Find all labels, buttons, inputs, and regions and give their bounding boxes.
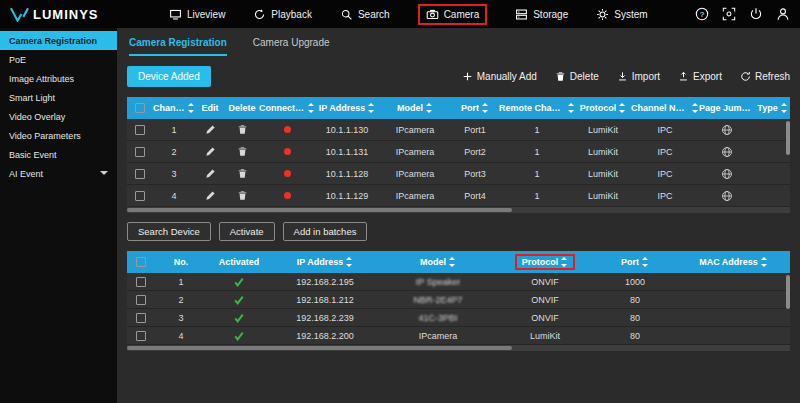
sort-icon[interactable]	[568, 103, 575, 113]
row-checkbox[interactable]	[135, 125, 145, 135]
sidebar-item-video-parameters[interactable]: Video Parameters	[0, 126, 117, 145]
user-icon[interactable]	[776, 7, 790, 21]
sort-icon[interactable]	[346, 257, 353, 267]
port-cell: Port4	[451, 185, 499, 206]
header-label: Activated	[219, 257, 260, 267]
channel-cell: 4	[153, 185, 195, 206]
header-label: Port	[461, 103, 479, 113]
sort-icon[interactable]	[561, 257, 568, 267]
nav-camera[interactable]: Camera	[418, 4, 488, 25]
sort-icon[interactable]	[692, 103, 699, 113]
nav-system[interactable]: System	[596, 8, 647, 21]
sort-icon[interactable]	[781, 103, 788, 113]
protocol-cell: ONVIF	[497, 273, 593, 290]
add-in-batches-button[interactable]: Add in batches	[283, 222, 368, 241]
toolbar-label: Export	[693, 71, 722, 82]
horizontal-scrollbar[interactable]	[127, 207, 790, 213]
edit-cell	[195, 185, 225, 206]
trash-icon[interactable]	[237, 190, 248, 201]
row-checkbox[interactable]	[136, 295, 146, 305]
row-checkbox[interactable]	[136, 331, 146, 341]
row-checkbox[interactable]	[136, 277, 146, 287]
port-cell: 80	[593, 327, 677, 344]
svg-text:?: ?	[700, 10, 705, 19]
ip-cell: 192.168.2.200	[271, 327, 379, 344]
help-icon[interactable]: ?	[695, 7, 709, 21]
delete-cell	[225, 141, 259, 162]
sidebar-item-label: Image Attributes	[9, 74, 74, 84]
sidebar-item-camera-registration[interactable]: Camera Registration	[0, 31, 117, 50]
capture-icon[interactable]	[722, 7, 736, 21]
device-added-button[interactable]: Device Added	[127, 66, 211, 87]
sidebar-item-image-attributes[interactable]: Image Attributes	[0, 69, 117, 88]
row-checkbox[interactable]	[135, 147, 145, 157]
nav-label: Liveview	[187, 9, 225, 20]
row-checkbox[interactable]	[135, 169, 145, 179]
sort-icon[interactable]	[449, 257, 456, 267]
select-all-checkbox[interactable]	[135, 103, 145, 113]
trash-icon[interactable]	[237, 124, 248, 135]
row-checkbox[interactable]	[136, 313, 146, 323]
globe-icon[interactable]	[721, 168, 733, 180]
power-icon[interactable]	[749, 7, 763, 21]
select-all-checkbox[interactable]	[136, 257, 146, 267]
delete-button[interactable]: Delete	[555, 71, 599, 82]
header-ip-address: IP Address	[315, 97, 379, 119]
sort-icon[interactable]	[188, 103, 195, 113]
globe-icon[interactable]	[721, 146, 733, 158]
connection-status-cell	[259, 185, 315, 206]
sidebar-item-poe[interactable]: PoE	[0, 50, 117, 69]
trash-icon[interactable]	[237, 168, 248, 179]
header-type: Type	[755, 97, 790, 119]
sort-icon[interactable]	[482, 103, 489, 113]
no-cell: 1	[155, 273, 207, 290]
nav-liveview[interactable]: Liveview	[169, 8, 225, 21]
scrollbar-thumb[interactable]	[127, 346, 512, 350]
protocol-annotation-box: Protocol	[515, 254, 576, 270]
top-bar: LUMINYS Liveview Playback Search Camera …	[0, 0, 800, 28]
type-cell	[755, 141, 790, 162]
header-mac-address: MAC Address	[677, 251, 790, 273]
vertical-scrollbar[interactable]	[786, 121, 790, 155]
header-label: Page Jumping	[699, 103, 755, 113]
edit-icon[interactable]	[205, 146, 216, 157]
nav-label: Search	[358, 9, 390, 20]
channel-cell: 3	[153, 163, 195, 184]
edit-icon[interactable]	[205, 168, 216, 179]
edit-icon[interactable]	[205, 190, 216, 201]
sidebar-item-ai-event[interactable]: AI Event	[0, 164, 117, 183]
tab-camera-registration[interactable]: Camera Registration	[129, 37, 227, 56]
refresh-icon	[740, 71, 751, 82]
trash-icon[interactable]	[237, 146, 248, 157]
nav-search[interactable]: Search	[340, 8, 390, 21]
tab-camera-upgrade[interactable]: Camera Upgrade	[253, 37, 330, 56]
sort-icon[interactable]	[426, 103, 433, 113]
channel-table-header: Channel Edit Delete Connection Status IP…	[127, 97, 790, 119]
globe-icon[interactable]	[721, 124, 733, 136]
nav-playback[interactable]: Playback	[253, 8, 312, 21]
model-cell: 41C-3PBI	[379, 309, 497, 326]
manually-add-button[interactable]: Manually Add	[462, 71, 537, 82]
vertical-scrollbar[interactable]	[786, 275, 790, 309]
export-button[interactable]: Export	[678, 71, 722, 82]
edit-icon[interactable]	[205, 124, 216, 135]
globe-icon[interactable]	[721, 190, 733, 202]
sort-icon[interactable]	[308, 103, 315, 113]
activate-button[interactable]: Activate	[219, 222, 275, 241]
horizontal-scrollbar[interactable]	[127, 345, 790, 351]
refresh-button[interactable]: Refresh	[740, 71, 790, 82]
sort-icon[interactable]	[368, 103, 375, 113]
sidebar-item-label: AI Event	[9, 169, 43, 179]
mac-cell	[677, 273, 790, 290]
search-device-button[interactable]: Search Device	[127, 222, 211, 241]
scrollbar-thumb[interactable]	[127, 208, 512, 212]
sidebar-item-video-overlay[interactable]: Video Overlay	[0, 107, 117, 126]
sort-icon[interactable]	[642, 257, 649, 267]
sort-icon[interactable]	[619, 103, 626, 113]
row-checkbox[interactable]	[135, 191, 145, 201]
nav-storage[interactable]: Storage	[515, 8, 568, 21]
sidebar-item-smart-light[interactable]: Smart Light	[0, 88, 117, 107]
import-button[interactable]: Import	[617, 71, 660, 82]
sidebar-item-basic-event[interactable]: Basic Event	[0, 145, 117, 164]
sort-icon[interactable]	[761, 257, 768, 267]
